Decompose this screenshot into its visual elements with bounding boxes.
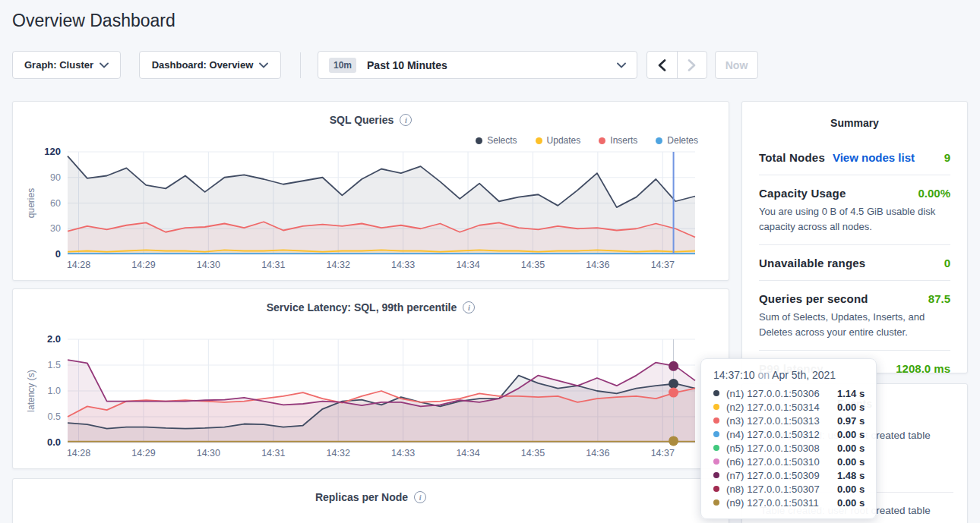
node-color-dot (713, 431, 719, 437)
graph-dropdown[interactable]: Graph: Cluster (12, 51, 121, 79)
event-text: movr.public.user_promo_codes (760, 519, 953, 523)
p99-latency-value: 1208.0 ms (896, 362, 950, 375)
svg-text:14:33: 14:33 (391, 260, 415, 270)
node-address: (n7) 127.0.0.1:50309 (726, 470, 837, 481)
service-latency-chart[interactable]: 0.00.51.01.52.014:2814:2914:3014:3114:32… (19, 329, 724, 465)
tooltip-node-row: (n3) 127.0.0.1:503130.97 s (713, 414, 867, 427)
unavailable-ranges-value: 0 (944, 257, 950, 269)
svg-text:2.0: 2.0 (47, 333, 61, 345)
summary-row-qps: Queries per second 87.5 Sum of Selects, … (759, 280, 950, 350)
dashboard-dropdown[interactable]: Dashboard: Overview (139, 51, 281, 79)
node-latency-value: 0.00 s (837, 456, 865, 468)
chevron-down-icon (259, 62, 268, 68)
svg-text:14:28: 14:28 (67, 448, 90, 458)
legend-dot (476, 137, 482, 144)
svg-text:60: 60 (50, 198, 61, 209)
tooltip-node-rows: (n1) 127.0.0.1:503061.14 s(n2) 127.0.0.1… (713, 386, 867, 509)
svg-text:0.0: 0.0 (47, 436, 61, 448)
capacity-usage-value: 0.00% (918, 187, 950, 200)
tooltip-node-row: (n7) 127.0.0.1:503091.48 s (713, 468, 867, 482)
node-address: (n8) 127.0.0.1:50307 (726, 484, 837, 495)
svg-text:14:32: 14:32 (327, 448, 350, 458)
info-icon[interactable]: i (414, 491, 426, 503)
node-address: (n1) 127.0.0.1:50306 (726, 388, 837, 399)
svg-text:14:29: 14:29 (131, 448, 155, 458)
capacity-usage-label: Capacity Usage (759, 187, 846, 200)
svg-text:14:34: 14:34 (456, 448, 479, 458)
svg-text:14:35: 14:35 (521, 260, 545, 270)
qps-value: 87.5 (928, 292, 950, 305)
node-address: (n4) 127.0.0.1:50312 (726, 429, 837, 440)
svg-text:14:34: 14:34 (456, 260, 479, 270)
info-icon[interactable]: i (463, 301, 475, 313)
legend-dot (656, 137, 662, 144)
node-color-dot (713, 499, 719, 506)
controls-row: Graph: Cluster Dashboard: Overview 10m P… (0, 51, 980, 80)
node-latency-value: 0.00 s (837, 429, 865, 440)
info-icon[interactable]: i (400, 114, 412, 126)
svg-text:14:36: 14:36 (586, 260, 609, 270)
node-color-dot (713, 417, 719, 424)
sql-queries-chart[interactable]: 030609012014:2814:2914:3014:3114:3214:33… (19, 144, 724, 273)
summary-row-total-nodes: Total Nodes View nodes list 9 (759, 140, 950, 175)
dashboard-dropdown-label: Dashboard: Overview (152, 59, 254, 71)
svg-text:14:31: 14:31 (261, 260, 285, 270)
svg-text:14:33: 14:33 (391, 448, 415, 458)
svg-text:0.5: 0.5 (48, 411, 61, 422)
svg-text:30: 30 (50, 223, 61, 234)
time-step-buttons (646, 51, 707, 79)
node-latency-value: 1.48 s (837, 470, 865, 481)
time-prev-button[interactable] (647, 52, 678, 78)
service-latency-panel: Service Latency: SQL, 99th percentile i … (12, 288, 729, 469)
tooltip-node-row: (n6) 127.0.0.1:503100.00 s (713, 455, 867, 468)
summary-row-unavailable-ranges: Unavailable ranges 0 (759, 244, 950, 280)
chevron-down-icon (100, 62, 109, 68)
time-next-button[interactable] (678, 52, 707, 78)
svg-text:14:31: 14:31 (261, 448, 285, 458)
svg-text:14:32: 14:32 (327, 260, 350, 270)
node-color-dot (713, 445, 719, 451)
svg-text:queries: queries (26, 188, 36, 218)
total-nodes-value: 9 (944, 151, 950, 164)
chevron-down-icon (617, 62, 626, 68)
tooltip-node-row: (n1) 127.0.0.1:503061.14 s (713, 386, 867, 400)
node-color-dot (713, 486, 719, 492)
node-latency-value: 0.00 s (837, 443, 865, 454)
node-latency-value: 0.00 s (837, 484, 865, 495)
tooltip-node-row: (n4) 127.0.0.1:503120.00 s (713, 427, 867, 441)
svg-text:14:28: 14:28 (67, 260, 90, 270)
graph-dropdown-label: Graph: Cluster (24, 59, 93, 71)
svg-text:1.5: 1.5 (48, 360, 61, 370)
qps-description: Sum of Selects, Updates, Inserts, and De… (759, 310, 950, 339)
tooltip-timestamp: 14:37:10 on Apr 5th, 2021 (713, 369, 867, 381)
time-range-dropdown[interactable]: 10m Past 10 Minutes (318, 51, 637, 79)
now-button[interactable]: Now (715, 51, 758, 79)
qps-label: Queries per second (759, 292, 868, 305)
chart-hover-tooltip: 14:37:10 on Apr 5th, 2021 (n1) 127.0.0.1… (700, 358, 877, 519)
node-address: (n3) 127.0.0.1:50313 (726, 415, 837, 427)
svg-text:14:35: 14:35 (521, 448, 545, 458)
time-range-label: Past 10 Minutes (367, 59, 617, 71)
time-range-badge: 10m (329, 58, 356, 73)
legend-dot (536, 137, 542, 144)
svg-text:0: 0 (55, 248, 61, 260)
svg-text:90: 90 (50, 172, 61, 183)
node-color-dot (713, 472, 719, 478)
chart-title-sql-queries: SQL Queries (330, 114, 394, 126)
svg-text:14:37: 14:37 (651, 448, 675, 458)
svg-text:14:29: 14:29 (131, 260, 155, 270)
svg-text:120: 120 (44, 146, 61, 157)
view-nodes-list-link[interactable]: View nodes list (833, 151, 915, 164)
node-address: (n9) 127.0.0.1:50311 (726, 497, 837, 509)
summary-panel: Summary Total Nodes View nodes list 9 Ca… (741, 101, 968, 373)
node-latency-value: 0.00 s (837, 402, 865, 413)
legend-dot (599, 137, 605, 144)
node-address: (n5) 127.0.0.1:50308 (726, 443, 837, 454)
chart-title-replicas-per-node: Replicas per Node (315, 491, 408, 503)
controls-divider (300, 52, 301, 78)
node-color-dot (713, 404, 719, 410)
chevron-left-icon (658, 59, 666, 71)
node-latency-value: 0.00 s (837, 497, 865, 509)
chevron-right-icon (688, 59, 696, 71)
svg-text:14:30: 14:30 (197, 448, 220, 458)
